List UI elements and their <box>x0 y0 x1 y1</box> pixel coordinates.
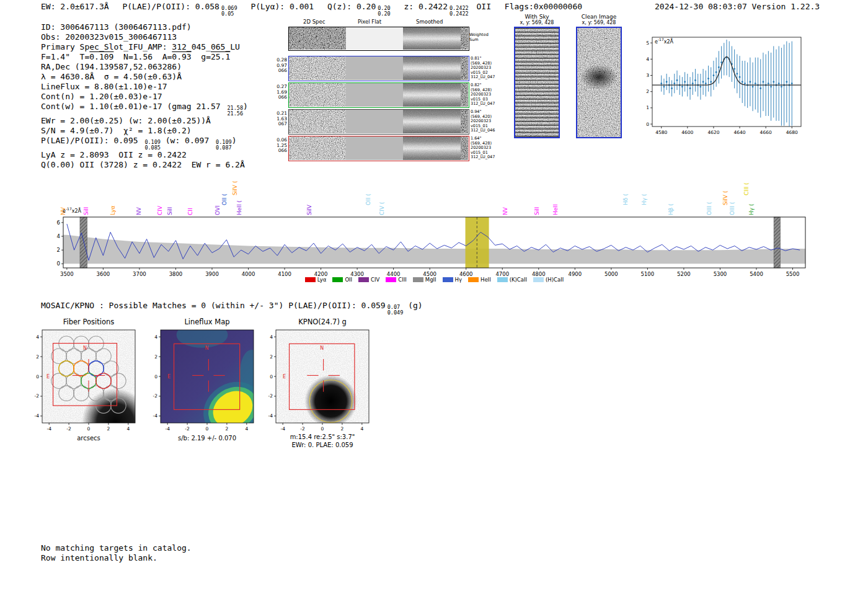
svg-text:4: 4 <box>245 426 248 432</box>
cutout-pixel-flat <box>346 83 403 107</box>
info-seeing-f: F=1.4" T= <box>41 52 89 61</box>
mosaic-lower: 0.049 <box>388 310 404 316</box>
cutout-col-header: Smoothed <box>416 19 443 25</box>
north-label: N <box>83 345 87 351</box>
spectral-line-label: OII ( <box>365 193 371 205</box>
noise-texture <box>403 83 461 107</box>
kpno-content <box>304 375 357 428</box>
svg-text:4: 4 <box>126 426 130 432</box>
legend-swatch <box>443 277 453 282</box>
zoom-spectrum-chart: 458046004620464046604680012345 <box>639 32 809 136</box>
info-primary-spec: Primary Spec_Slot_IFU_AMP: 312_045_065_L… <box>41 42 248 52</box>
with-sky-coords: x, y: 569, 428 <box>514 20 560 25</box>
noise-texture <box>289 27 346 50</box>
svg-text:4600: 4600 <box>681 130 693 135</box>
header-z: z: 0.2422 <box>404 2 448 11</box>
svg-text:4: 4 <box>154 334 157 340</box>
svg-text:4640: 4640 <box>734 130 746 135</box>
cutout-weighted-sum-strip <box>461 56 468 80</box>
mosaic-band: (g) <box>408 301 422 310</box>
east-label: E <box>46 374 50 380</box>
z-uncertainty: 0.24220.2422 <box>450 6 469 16</box>
plae-lower: 0.05 <box>221 11 237 17</box>
info-redshifts: LyA z = 2.8093 OII z = 0.2422 <box>41 150 248 160</box>
info-seeing: F=1.4" T=0.109 N=1.56 A=0.93 g=25.1 <box>41 52 248 62</box>
source-blob <box>304 375 357 428</box>
legend-item: CIV <box>358 277 379 283</box>
info-plae-poii: P(LAE)/P(OII): 0.095 0.1090.085 (w: 0.09… <box>41 136 248 150</box>
fiber-xlabel: arcsecs <box>41 435 136 442</box>
lineflux-content <box>161 326 262 434</box>
header-ew: EW: 2.0±617.3Å <box>41 2 109 11</box>
plae2-lower: 0.085 <box>144 145 161 151</box>
east-label: E <box>283 374 286 380</box>
cutout-left-label: 066 <box>275 148 287 154</box>
zoom-flux-units-label: e-17x2Å <box>655 37 673 45</box>
header-stats-line: EW: 2.0±617.3Å P(LAE)/P(OII): 0.0580.069… <box>41 2 582 16</box>
cutout-weighted-sum-strip <box>461 110 468 133</box>
cutout-2d-spec <box>289 110 346 133</box>
weighted-sum-label: Weighted Sum <box>469 32 489 42</box>
clean-image-coords: x, y: 569, 428 <box>576 20 622 25</box>
fiber-positions-title: Fiber Positions <box>41 318 136 326</box>
zoom-units-tail: x2Å <box>664 39 673 45</box>
info-n: N=1.56 A= <box>113 52 172 61</box>
header-plya: P(Lyα): 0.001 <box>250 2 314 11</box>
footer-notes: No matching targets in catalog. Row inte… <box>41 543 192 563</box>
cutout-pixel-flat <box>346 56 403 80</box>
plae-w-text: (w: 0.097 <box>166 136 209 145</box>
cutout-right-label: 312_LU_047 <box>471 102 498 107</box>
kpno-caption-2: EWr: 0. PLAE: 0.059 <box>265 442 379 448</box>
svg-text:0: 0 <box>57 260 60 267</box>
main-units-tail: x2Å <box>72 208 81 214</box>
spectral-line-label: SiIV ( <box>722 191 728 205</box>
cutout-left-label: 067 <box>275 122 287 127</box>
svg-text:4: 4 <box>57 233 60 239</box>
legend-item: (H)CaII <box>533 277 564 283</box>
noise-texture <box>403 56 461 80</box>
legend-label: Hγ <box>455 277 462 283</box>
info-cont-w-close: ) <box>243 102 248 111</box>
legend-label: HeII <box>480 277 491 283</box>
svg-text:4: 4 <box>646 56 649 62</box>
cutout-weighted-sum-strip <box>461 136 468 160</box>
legend-swatch <box>533 277 544 282</box>
lineflux-map-panel: NE-4-4-2-2002244 <box>144 326 262 434</box>
cutout-row <box>288 27 469 51</box>
cutout-smoothed <box>403 83 461 107</box>
noise-texture <box>461 56 468 80</box>
legend-swatch <box>413 277 423 282</box>
main-highlight-band <box>466 217 489 268</box>
legend-label: OII <box>345 277 352 283</box>
svg-text:-2: -2 <box>66 426 71 432</box>
cutout-2d-spec <box>289 136 346 160</box>
info-wavelength-sigma: λ = 4630.8Å σ = 4.50(±0.63)Å <box>41 72 248 82</box>
info-ewr: EWr = 2.00(±0.25) (w: 2.00(±0.25))Å <box>41 116 248 126</box>
svg-text:2: 2 <box>646 89 649 94</box>
legend-swatch <box>468 277 479 282</box>
footer-line-2: Row intentionally blank. <box>41 553 192 563</box>
main-flux-units-label: e-17x2Å <box>63 207 81 214</box>
svg-text:3: 3 <box>646 73 649 78</box>
svg-text:-2: -2 <box>185 426 190 432</box>
legend-item: OII <box>332 277 352 283</box>
info-classification: Q(0.00) OII (3728) z = 0.2422 EW r = 6.2… <box>41 160 248 170</box>
header-z-classification: OII <box>477 2 491 11</box>
east-label: E <box>167 374 170 380</box>
lineflux-map-title: Lineflux Map <box>159 318 255 326</box>
legend-item: Lyα <box>305 277 327 283</box>
plae-uncertainty-2: 0.1090.085 <box>144 140 161 150</box>
cutout-smoothed <box>403 136 461 160</box>
kpno-title: KPNO(24.7) g <box>275 318 370 326</box>
cutout-2d-spec <box>289 83 346 107</box>
spectral-line-legend: LyαOIICIVCIIIMgIIHγHeII(K)CaII(H)CaII <box>63 277 805 283</box>
cutout-pixel-flat <box>346 136 403 160</box>
spectral-line-label: SiIV ( <box>232 181 238 195</box>
cutout-weighted-sum-strip <box>461 83 468 107</box>
footer-line-1: No matching targets in catalog. <box>41 543 192 553</box>
legend-item: MgII <box>413 277 436 283</box>
plae-close: ) <box>232 136 237 145</box>
spectral-line-label: Hδ ( <box>622 193 629 205</box>
qz-lower: 0.20 <box>378 11 390 17</box>
cutout-col-header: 2D Spec <box>303 19 325 25</box>
